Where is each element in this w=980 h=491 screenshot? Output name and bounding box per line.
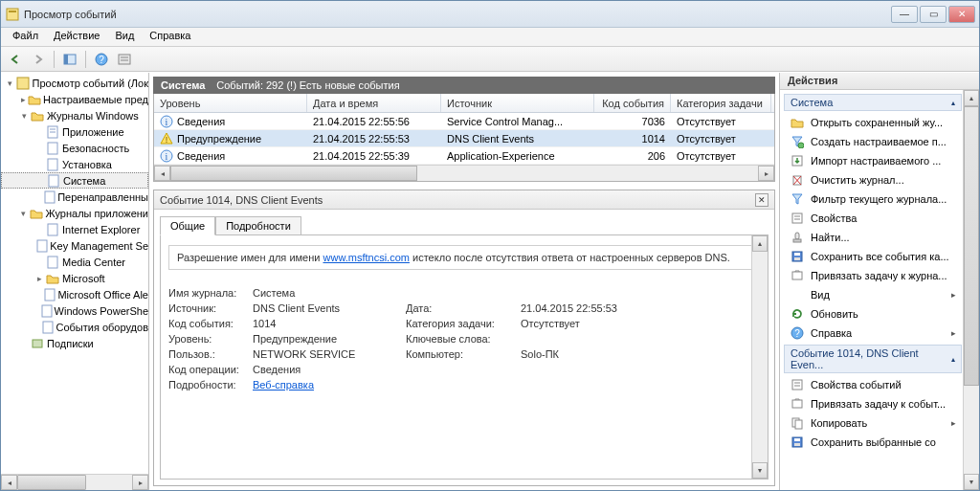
svg-rect-48 <box>792 400 802 408</box>
actions-section-event[interactable]: Событие 1014, DNS Client Even...▴ <box>784 345 962 373</box>
action-label: Создать настраиваемое п... <box>811 136 947 147</box>
col-level[interactable]: Уровень <box>154 94 307 112</box>
detail-vscrollbar[interactable]: ▴▾ <box>751 235 768 479</box>
back-button[interactable] <box>5 49 26 70</box>
titlebar[interactable]: Просмотр событий — ▭ ✕ <box>1 1 979 28</box>
action-item[interactable]: Вид▸ <box>782 285 962 304</box>
toolbar-btn[interactable] <box>114 49 135 70</box>
events-header: СистемаСобытий: 292 (!) Есть новые событ… <box>153 77 775 94</box>
action-item[interactable]: Свойства <box>782 209 962 228</box>
help-link[interactable]: Веб-справка <box>253 379 314 391</box>
value-opcode: Сведения <box>253 364 406 375</box>
tree-application[interactable]: Приложение <box>1 123 148 140</box>
show-hide-tree-button[interactable] <box>59 49 80 70</box>
action-item[interactable]: Создать настраиваемое п... <box>782 132 962 151</box>
action-item[interactable]: Обновить <box>782 304 962 324</box>
submenu-arrow-icon: ▸ <box>951 290 956 300</box>
table-row[interactable]: iСведения21.04.2015 22:55:56Service Cont… <box>154 113 774 130</box>
action-item[interactable]: Открыть сохраненный жу... <box>782 113 962 132</box>
tree-hardware[interactable]: События оборудов <box>1 319 148 335</box>
detail-close-button[interactable]: ✕ <box>755 193 768 207</box>
tree-forwarded[interactable]: Перенаправленны <box>1 189 148 205</box>
detail-body: Разрешение имен для имени www.msftncsi.c… <box>160 234 768 480</box>
svg-rect-37 <box>795 233 799 239</box>
action-item[interactable]: Привязать задачу к событ... <box>782 394 962 413</box>
action-item[interactable]: Свойства событий <box>782 375 962 394</box>
save-icon <box>790 435 805 450</box>
svg-rect-15 <box>49 175 58 187</box>
col-date[interactable]: Дата и время <box>307 94 441 112</box>
window: Просмотр событий — ▭ ✕ Файл Действие Вид… <box>0 0 980 491</box>
grid-hscrollbar[interactable]: ◂▸ <box>154 165 774 181</box>
tree-label: Журналы Windows <box>47 110 139 122</box>
table-row[interactable]: iСведения21.04.2015 22:55:39Application-… <box>154 147 774 165</box>
collapse-icon: ▴ <box>951 99 955 107</box>
action-item[interactable]: Привязать задачу к журна... <box>782 266 962 285</box>
separator <box>85 51 86 68</box>
tree-label: Настраиваемые пред <box>43 94 148 105</box>
action-label: Копировать <box>811 417 867 429</box>
help-button[interactable]: ? <box>91 49 112 70</box>
event-message-link[interactable]: www.msftncsi.com <box>323 252 410 263</box>
tree-subscriptions[interactable]: Подписки <box>1 335 148 351</box>
cell-taskcat: Отсутствует <box>671 133 771 145</box>
tree-label: Просмотр событий (Лок <box>33 78 148 89</box>
tree-powershell[interactable]: Windows PowerShe <box>1 302 148 319</box>
svg-rect-34 <box>792 213 802 223</box>
action-item[interactable]: Импорт настраиваемого ... <box>782 151 962 170</box>
tree-custom-views[interactable]: ▸Настраиваемые пред <box>1 91 148 107</box>
svg-rect-50 <box>795 420 802 429</box>
actions-vscrollbar[interactable]: ▴▾ <box>963 90 979 490</box>
col-source[interactable]: Источник <box>441 94 594 112</box>
col-taskcat[interactable]: Категория задачи <box>671 94 771 112</box>
tree-pane[interactable]: ▾Просмотр событий (Лок ▸Настраиваемые пр… <box>1 73 149 490</box>
minimize-button[interactable]: — <box>891 6 918 23</box>
action-item[interactable]: Найти... <box>782 228 962 247</box>
tree-app-logs[interactable]: ▾Журналы приложени <box>1 205 148 221</box>
svg-rect-16 <box>45 191 55 203</box>
tree-media[interactable]: Media Center <box>1 254 148 270</box>
forward-button[interactable] <box>28 49 49 70</box>
tree-microsoft[interactable]: ▸Microsoft <box>1 270 148 286</box>
col-eventid[interactable]: Код события <box>594 94 671 112</box>
action-item[interactable]: ?Справка▸ <box>782 324 962 343</box>
tab-general[interactable]: Общие <box>160 216 215 235</box>
action-item[interactable]: Фильтр текущего журнала... <box>782 190 962 209</box>
tree-kms[interactable]: Key Management Se <box>1 237 148 254</box>
warning-icon: ! <box>160 132 173 145</box>
value-date: 21.04.2015 22:55:53 <box>521 302 674 314</box>
maximize-button[interactable]: ▭ <box>920 6 947 23</box>
svg-rect-40 <box>794 253 800 256</box>
tree-security[interactable]: Безопасность <box>1 140 148 156</box>
tree-setup[interactable]: Установка <box>1 156 148 172</box>
save-icon <box>790 249 805 264</box>
close-button[interactable]: ✕ <box>948 6 975 23</box>
tab-details[interactable]: Подробности <box>215 216 301 235</box>
label-source: Источник: <box>168 302 253 314</box>
action-item[interactable]: Сохранить все события ка... <box>782 247 962 266</box>
app-icon <box>5 7 20 22</box>
tree-system[interactable]: Система <box>1 172 148 189</box>
action-item[interactable]: Очистить журнал... <box>782 170 962 190</box>
menu-file[interactable]: Файл <box>5 28 46 46</box>
actions-section-system[interactable]: Система▴ <box>784 94 962 111</box>
tree-windows-logs[interactable]: ▾Журналы Windows <box>1 107 148 123</box>
svg-rect-0 <box>7 9 18 20</box>
content: ▾Просмотр событий (Лок ▸Настраиваемые пр… <box>1 72 979 490</box>
tree-ie[interactable]: Internet Explorer <box>1 221 148 237</box>
grid-header[interactable]: Уровень Дата и время Источник Код событи… <box>154 94 774 113</box>
label-keywords: Ключевые слова: <box>406 333 521 345</box>
menu-action[interactable]: Действие <box>46 28 107 46</box>
action-item[interactable]: Сохранить выбранные со <box>782 433 962 452</box>
tree-hscrollbar[interactable]: ◂▸ <box>1 474 148 490</box>
events-grid[interactable]: Уровень Дата и время Источник Код событи… <box>153 94 775 182</box>
cell-date: 21.04.2015 22:55:39 <box>307 150 441 162</box>
value-source: DNS Client Events <box>253 302 406 314</box>
tree-root[interactable]: ▾Просмотр событий (Лок <box>1 75 148 91</box>
table-row[interactable]: !Предупреждение21.04.2015 22:55:53DNS Cl… <box>154 130 774 147</box>
action-item[interactable]: Копировать▸ <box>782 413 962 433</box>
menu-help[interactable]: Справка <box>142 28 198 46</box>
svg-rect-13 <box>48 143 57 154</box>
tree-msoffice[interactable]: Microsoft Office Ale <box>1 286 148 302</box>
menu-view[interactable]: Вид <box>107 28 142 46</box>
